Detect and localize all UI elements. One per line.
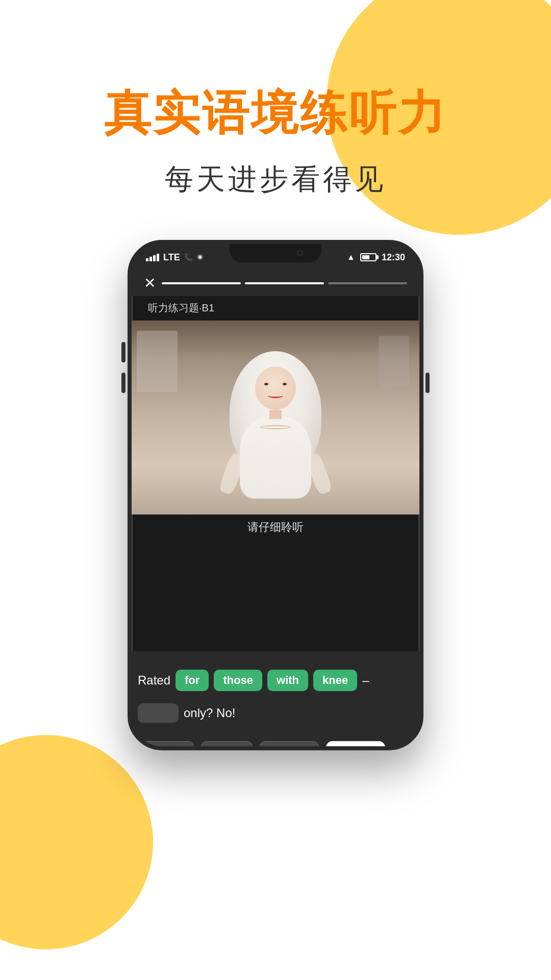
status-left: LTE 📞 ✳: [146, 252, 203, 263]
progress-bar: [162, 282, 407, 284]
power-button: [425, 373, 430, 393]
volume-up-button: [121, 342, 126, 362]
progress-segment-1: [162, 282, 241, 284]
signal-bar-4: [157, 254, 159, 261]
volume-down-button: [121, 373, 126, 393]
option-those[interactable]: those: [260, 741, 319, 750]
character-figure: [224, 351, 327, 514]
static-only: only? No!: [184, 706, 235, 720]
battery-icon: [360, 253, 377, 261]
word-options: knee with those highs for: [138, 741, 413, 750]
main-title: 真实语境练听力: [104, 82, 447, 145]
filled-word-for[interactable]: for: [176, 670, 209, 691]
video-area: [132, 321, 419, 514]
side-buttons-left: [121, 342, 126, 393]
close-button[interactable]: ✕: [144, 276, 156, 290]
signal-bar-2: [149, 257, 152, 261]
option-highs[interactable]: highs: [326, 741, 385, 750]
static-word-rated: Rated: [138, 673, 170, 688]
filled-word-with[interactable]: with: [267, 670, 308, 691]
filled-word-those[interactable]: those: [214, 670, 262, 691]
sub-title: 每天进步看得见: [165, 160, 386, 199]
status-right: ▲ 12:30: [347, 252, 405, 263]
scene-background: [132, 321, 419, 514]
signal-bars: [146, 254, 159, 261]
empty-slot: [138, 703, 179, 723]
side-buttons-right: [425, 373, 430, 393]
nav-bar: ✕: [132, 271, 419, 296]
signal-bar-1: [146, 258, 148, 261]
level-label: 听力练习题·B1: [148, 301, 214, 315]
phone-notch: [230, 244, 321, 262]
dash-separator: –: [362, 673, 369, 688]
option-knee[interactable]: knee: [138, 741, 194, 750]
call-icon: 📞: [184, 253, 193, 261]
wifi-icon: ▲: [347, 253, 355, 262]
bluetooth-icon: ✳: [197, 253, 203, 261]
filled-word-knee[interactable]: knee: [313, 670, 357, 691]
page-content: 真实语境练听力 每天进步看得见 LTE: [0, 0, 551, 980]
battery-fill: [362, 255, 369, 259]
listen-instruction: 请仔细聆听: [132, 520, 419, 535]
sentence-row-1: Rated for those with knee –: [138, 670, 413, 691]
phone-frame: LTE 📞 ✳ ▲ 12:30 ✕: [128, 240, 423, 750]
sentence-row-2: only? No!: [138, 703, 413, 723]
progress-segment-3: [328, 282, 407, 284]
phone-mockup: LTE 📞 ✳ ▲ 12:30 ✕: [128, 240, 423, 801]
option-with[interactable]: with: [201, 741, 253, 750]
carrier-label: LTE: [163, 252, 180, 263]
progress-segment-2: [245, 282, 324, 284]
answer-card: Rated for those with knee – only? No! kn…: [128, 651, 423, 750]
signal-bar-3: [153, 255, 156, 261]
time-display: 12:30: [382, 252, 405, 263]
